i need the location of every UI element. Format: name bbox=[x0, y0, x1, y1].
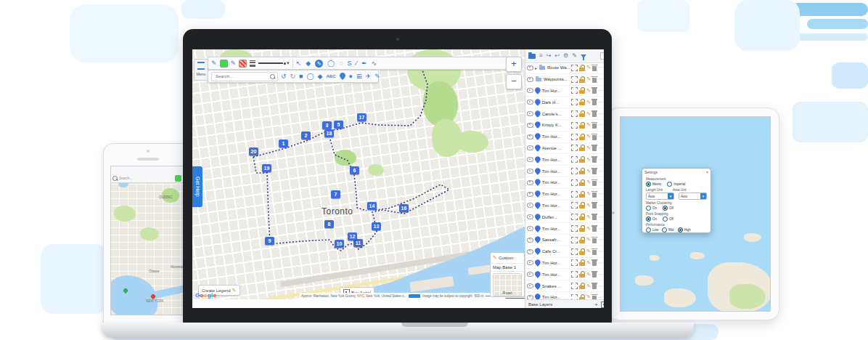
waypoint-row[interactable]: Avenue ...✎⋯ bbox=[525, 143, 604, 155]
waypoint-row[interactable]: Tim Hor...✎⋯ bbox=[525, 86, 604, 97]
zoom-out-button[interactable]: − bbox=[506, 74, 522, 89]
more-options-icon[interactable]: ⋯ bbox=[598, 237, 603, 243]
lock-icon[interactable] bbox=[579, 214, 585, 220]
polygon-tool-icon[interactable]: ◆ bbox=[306, 58, 311, 68]
close-icon[interactable]: × bbox=[706, 170, 708, 174]
more-options-icon[interactable]: ⋯ bbox=[598, 226, 603, 232]
edit-icon[interactable]: ✎ bbox=[586, 225, 591, 232]
trash-icon[interactable] bbox=[592, 89, 597, 94]
move-icon[interactable] bbox=[571, 179, 578, 186]
waypoint-row[interactable]: Tim Hor...✎⋯ bbox=[525, 269, 604, 280]
waypoint-row[interactable]: Krispy K...✎⋯ bbox=[525, 120, 604, 131]
trash-icon[interactable] bbox=[592, 100, 597, 105]
more-options-icon[interactable]: ⋯ bbox=[598, 76, 603, 82]
visibility-eye-icon[interactable] bbox=[527, 77, 533, 82]
zoom-in-button[interactable]: + bbox=[506, 57, 522, 72]
edit-icon[interactable]: ✎ bbox=[586, 202, 591, 209]
image-tool-icon[interactable]: ⊞ bbox=[356, 71, 362, 81]
lock-icon[interactable] bbox=[579, 271, 585, 278]
trash-icon[interactable] bbox=[592, 193, 597, 198]
trash-icon[interactable] bbox=[592, 272, 597, 278]
lock-icon[interactable] bbox=[579, 65, 585, 71]
map-canvas[interactable]: 1235678910111213141617181920 Toronto Men… bbox=[192, 49, 525, 299]
trash-icon[interactable] bbox=[592, 284, 597, 289]
lock-icon[interactable] bbox=[579, 122, 585, 129]
select-tool-icon[interactable]: ↖ bbox=[296, 58, 302, 68]
visibility-eye-icon[interactable] bbox=[527, 88, 533, 93]
map-marker-19[interactable]: 19 bbox=[262, 164, 271, 172]
lasso-tool-icon[interactable]: ◌ bbox=[339, 58, 343, 68]
move-icon[interactable] bbox=[571, 76, 578, 83]
ellipse-tool-icon[interactable]: ◯ bbox=[327, 58, 335, 68]
waypoint-row[interactable]: Tim Hor...✎⋯ bbox=[525, 189, 604, 201]
more-options-icon[interactable]: ⋯ bbox=[598, 100, 603, 105]
get-help-tab[interactable]: Get Help bbox=[192, 166, 202, 207]
edit-icon[interactable]: ✎ bbox=[586, 179, 591, 186]
line-style-control[interactable]: ▾ bbox=[258, 60, 290, 66]
lock-icon[interactable] bbox=[579, 202, 585, 209]
freehand-tool-icon[interactable]: ✎ bbox=[315, 60, 323, 68]
trash-icon[interactable] bbox=[592, 135, 597, 140]
map-marker-1[interactable]: 1 bbox=[279, 139, 288, 147]
waypoint-row[interactable]: Cafe Cr...✎⋯ bbox=[525, 246, 604, 258]
rectangle-tool-icon[interactable]: ■ bbox=[299, 71, 303, 81]
line-color-icon[interactable]: ✎ bbox=[211, 58, 217, 68]
move-icon[interactable] bbox=[571, 202, 578, 209]
move-icon[interactable] bbox=[571, 271, 578, 278]
more-options-icon[interactable]: ⋯ bbox=[598, 88, 603, 94]
search-input[interactable] bbox=[214, 73, 268, 79]
more-options-icon[interactable]: ⋯ bbox=[598, 272, 603, 278]
more-options-icon[interactable]: ⋯ bbox=[598, 191, 603, 197]
trash-icon[interactable] bbox=[592, 66, 597, 71]
move-icon[interactable] bbox=[571, 248, 578, 255]
phone-line-color-swatch[interactable] bbox=[175, 175, 181, 182]
layer-group-row[interactable]: Waypoints...✎⋯ bbox=[525, 74, 604, 86]
more-options-icon[interactable]: ⋯ bbox=[598, 260, 603, 266]
map-marker-3[interactable]: 3 bbox=[322, 121, 332, 129]
add-layer-button[interactable]: + bbox=[594, 301, 598, 308]
line-weight-control[interactable] bbox=[250, 60, 255, 67]
visibility-eye-icon[interactable] bbox=[527, 134, 533, 139]
visibility-eye-icon[interactable] bbox=[527, 283, 533, 288]
edit-icon[interactable]: ✎ bbox=[586, 294, 591, 299]
visibility-eye-icon[interactable] bbox=[527, 249, 533, 254]
radio-clustering-off[interactable]: Off bbox=[663, 206, 673, 211]
trash-icon[interactable] bbox=[592, 261, 597, 266]
more-options-icon[interactable]: ⋯ bbox=[598, 169, 603, 174]
edit-icon[interactable]: ✎ bbox=[586, 156, 591, 163]
more-options-icon[interactable]: ⋯ bbox=[598, 134, 603, 139]
edit-toggle-icon[interactable]: ✎ bbox=[572, 50, 577, 62]
line-tool-icon[interactable]: ∕ bbox=[356, 58, 358, 68]
move-icon[interactable] bbox=[571, 237, 578, 243]
edit-icon[interactable]: ✎ bbox=[586, 133, 591, 140]
visibility-eye-icon[interactable] bbox=[527, 111, 533, 116]
move-icon[interactable] bbox=[571, 65, 578, 71]
more-options-icon[interactable]: ⋯ bbox=[598, 111, 603, 117]
area-unit-select[interactable]: Auto▾ bbox=[679, 193, 707, 200]
list-icon[interactable]: ≡ bbox=[539, 50, 543, 62]
edit-icon[interactable]: ✎ bbox=[586, 99, 591, 106]
edit-icon[interactable]: ✎ bbox=[586, 121, 591, 129]
waypoint-row[interactable]: Tim Hor...✎⋯ bbox=[525, 177, 604, 189]
arc-tool-icon[interactable]: ∿ bbox=[372, 58, 377, 68]
line-color-swatch[interactable] bbox=[220, 60, 228, 68]
map-marker-2[interactable]: 2 bbox=[301, 131, 311, 139]
waypoint-row[interactable]: Tim Hor...✎⋯ bbox=[525, 292, 604, 299]
draw-tool-icon[interactable]: ✎ bbox=[374, 71, 380, 81]
layer-group-row[interactable]: ▸Route Wa...✎⋯ bbox=[525, 62, 604, 74]
lock-icon[interactable] bbox=[579, 237, 585, 243]
trash-icon[interactable] bbox=[592, 238, 597, 243]
fill-color-icon[interactable]: ✎ bbox=[231, 58, 237, 68]
move-icon[interactable] bbox=[571, 156, 578, 163]
base-name-label[interactable]: Map Base 1 bbox=[491, 264, 524, 272]
more-options-icon[interactable]: ⋯ bbox=[598, 145, 603, 151]
move-icon[interactable] bbox=[571, 122, 578, 129]
search-box[interactable] bbox=[211, 72, 278, 81]
move-icon[interactable] bbox=[571, 168, 578, 174]
map-marker-16[interactable]: 16 bbox=[399, 204, 409, 212]
custom-base-button[interactable]: ✎ Custom bbox=[491, 253, 524, 264]
folder-icon[interactable] bbox=[528, 54, 536, 59]
edit-icon[interactable]: ✎ bbox=[586, 64, 591, 71]
waypoint-row[interactable]: Carole's...✎⋯ bbox=[525, 108, 604, 120]
visibility-eye-icon[interactable] bbox=[527, 65, 533, 70]
